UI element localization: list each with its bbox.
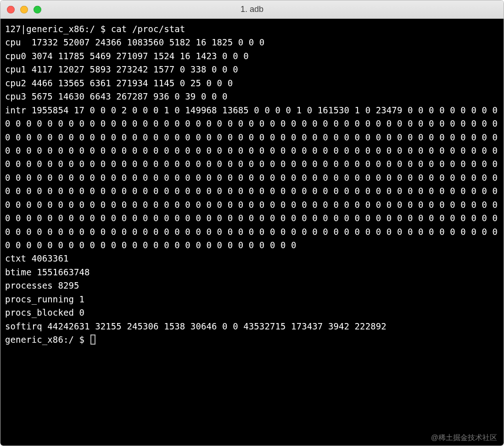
window-title: 1. adb [241,5,263,14]
prompt: generic_x86:/ $ [5,334,90,345]
minimize-icon[interactable] [20,6,28,13]
zoom-icon[interactable] [34,6,41,13]
output-line: ctxt 4063361 [5,253,68,263]
output-line: btime 1551663748 [5,267,90,277]
output-line: cpu3 5675 14630 6643 267287 936 0 39 0 0… [5,91,228,101]
output-line: procs_running 1 [5,294,84,304]
output-line: softirq 44242631 32155 245306 1538 30646… [5,321,386,331]
output-line: cpu0 3074 11785 5469 271097 1524 16 1423… [5,51,249,61]
terminal-window: 1. adb 127|generic_x86:/ $ cat /proc/sta… [0,0,504,446]
titlebar: 1. adb [0,0,504,19]
output-line: intr 1955854 17 0 0 0 2 0 0 0 1 0 149968… [5,105,503,250]
command-text: cat /proc/stat [111,24,185,34]
output-line: cpu 17332 52007 24366 1083560 5182 16 18… [5,37,264,47]
close-icon[interactable] [7,6,15,13]
output-line: cpu1 4117 12027 5893 273242 1577 0 338 0… [5,64,238,74]
output-line: cpu2 4466 13565 6361 271934 1145 0 25 0 … [5,78,233,88]
output-line: procs_blocked 0 [5,307,84,318]
prompt: 127|generic_x86:/ $ [5,24,111,34]
output-line: processes 8295 [5,280,79,290]
cursor-icon [90,334,95,345]
terminal-body[interactable]: 127|generic_x86:/ $ cat /proc/stat cpu 1… [0,19,504,446]
traffic-lights [7,6,41,13]
